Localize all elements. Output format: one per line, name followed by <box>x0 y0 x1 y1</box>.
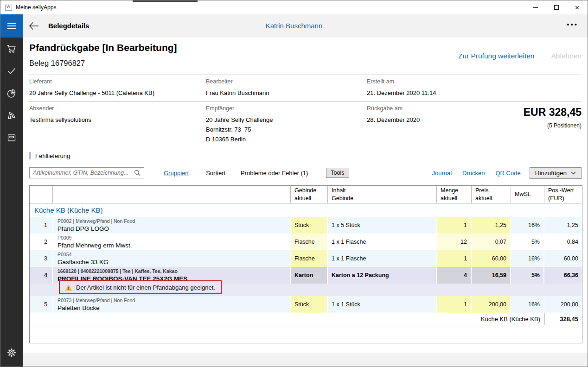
pos-wert-cell: 60,00 <box>544 250 582 267</box>
sidebar-item-catering[interactable] <box>0 104 23 127</box>
sidebar-item-journal[interactable] <box>0 127 23 149</box>
row-warning-band: Der Artikel ist nicht für einen Pfandabg… <box>30 284 582 296</box>
positions-table: GebindeaktuellInhaltGebindeMengeaktuellP… <box>29 185 582 343</box>
column-header[interactable]: Gebindeaktuell <box>291 186 328 203</box>
table-body: 1P0002 | Mehrweg/Pfand | Non FoodPfand D… <box>30 217 582 313</box>
row-number: 2 <box>30 234 53 250</box>
row-number: 3 <box>30 250 53 267</box>
total-amount: EUR 328,45 <box>524 106 582 119</box>
column-header[interactable]: Preisaktuell <box>472 186 511 203</box>
screen-artifact <box>133 0 198 2</box>
add-button[interactable]: Hinzufügen <box>530 167 582 179</box>
minimize-button[interactable] <box>525 0 546 14</box>
sidebar-item-reports[interactable] <box>0 82 23 104</box>
minimize-icon <box>533 7 538 8</box>
pos-wert-cell: 200,00 <box>544 296 582 313</box>
preis-cell: 200,00 <box>472 296 511 313</box>
column-header[interactable] <box>30 186 53 203</box>
article-meta: 1669120 | 04002221009875 | Tee | Kaffee,… <box>58 268 290 274</box>
sidebar <box>0 38 23 367</box>
journal-link[interactable]: Journal <box>432 170 452 177</box>
meta-absender: Absender Testfirma sellysolutions <box>29 105 91 125</box>
menge-cell: 4 <box>437 267 472 284</box>
close-button[interactable]: × <box>567 0 588 14</box>
document-tag: Fehllieferung <box>29 152 70 159</box>
column-header[interactable]: Mengeaktuell <box>437 186 472 203</box>
article-name: Pfand DPG LOGO <box>58 225 290 232</box>
titlebar: Meine sellyApps × <box>0 0 588 14</box>
main-content: Pfandrückgabe [In Bearbeitung] Beleg 167… <box>23 38 588 367</box>
sidebar-item-cart[interactable] <box>0 38 23 60</box>
qr-code-link[interactable]: QR Code <box>495 170 520 177</box>
document-total: EUR 328,45 (5 Positionen) <box>524 106 582 129</box>
column-header[interactable]: Pos.-Wert(EUR) <box>544 186 582 203</box>
table-row[interactable]: 3P0054Gasflasche 33 KGFlasche1 x 1 Flasc… <box>30 250 582 267</box>
warning-icon <box>65 285 72 291</box>
row-number: 4 <box>30 267 53 284</box>
search-box[interactable] <box>29 167 144 178</box>
article-meta: P0002 | Mehrweg/Pfand | Non Food <box>58 218 290 224</box>
total-positions: (5 Positionen) <box>524 122 582 129</box>
menge-cell: 12 <box>437 234 472 250</box>
tools-button[interactable]: Tools <box>326 168 349 178</box>
gebinde-cell: Flasche <box>291 234 328 250</box>
forward-for-review-button[interactable]: Zur Prüfung weiterleiten <box>458 52 535 60</box>
article-meta: P0009 <box>58 235 290 241</box>
group-footer-total: 328,45 <box>544 313 582 325</box>
pos-wert-cell: 1,25 <box>544 217 582 234</box>
pizza-icon <box>6 110 17 121</box>
table-row[interactable]: 1P0002 | Mehrweg/Pfand | Non FoodPfand D… <box>30 217 582 234</box>
article-meta: P0073 | Mehrweg/Pfand | Non Food <box>58 297 290 304</box>
tag-color-bar <box>29 152 31 159</box>
search-icon <box>134 170 141 176</box>
appbar: Belegdetails Katrin Buschmann ••• <box>0 14 588 38</box>
row-number: 1 <box>30 217 53 234</box>
bottom-bar <box>23 353 588 367</box>
more-button[interactable]: ••• <box>567 20 578 28</box>
mwst-cell: 16% <box>511 250 544 267</box>
pos-wert-cell: 66,36 <box>544 267 582 284</box>
group-footer-label: Küche KB (Küche KB) <box>30 313 544 325</box>
column-header[interactable]: InhaltGebinde <box>328 186 437 203</box>
table-row[interactable]: 5P0073 | Mehrweg/Pfand | Non FoodPalette… <box>30 296 582 313</box>
menge-cell: 1 <box>437 250 472 267</box>
table-row[interactable]: 2P0009Pfand Mehrweg erm Mwst.Flasche1 x … <box>30 234 582 250</box>
sidebar-item-settings[interactable] <box>0 342 23 364</box>
meta-empfaenger: Empfänger 20 Jahre Selly Challenge Borni… <box>206 105 273 144</box>
cart-icon <box>6 43 17 54</box>
problems-filter[interactable]: Probleme oder Fehler (1) <box>241 170 308 177</box>
print-link[interactable]: Drucken <box>462 170 485 177</box>
preis-cell: 1,25 <box>472 217 511 234</box>
sidebar-item-tasks[interactable] <box>0 60 23 82</box>
grouped-toggle[interactable]: Gruppiert <box>164 170 189 177</box>
inhalt-cell: Karton a 12 Packung <box>328 267 437 284</box>
preis-cell: 0,07 <box>472 234 511 250</box>
book-icon <box>6 132 17 143</box>
meta-bearbeiter: Bearbeiter Frau Katrin Buschmann <box>206 78 269 98</box>
meta-rueckgabe-am: Rückgabe am 28. Dezember 2020 <box>367 105 420 125</box>
search-input[interactable] <box>33 170 134 176</box>
mwst-cell: 5% <box>511 234 544 250</box>
article-name: Paletten Böcke <box>58 304 290 311</box>
pos-wert-cell: 0,84 <box>544 234 582 250</box>
settings-gear-icon <box>6 347 17 358</box>
preis-cell: 60,00 <box>472 250 511 267</box>
menge-cell: 1 <box>437 217 472 234</box>
divider <box>29 101 582 101</box>
column-header[interactable]: MwSt. <box>511 186 544 203</box>
reject-button[interactable]: Ablehnen <box>551 52 582 60</box>
column-header[interactable] <box>53 186 291 203</box>
document-title: Pfandrückgabe [In Bearbeitung] <box>29 42 177 53</box>
current-user-link[interactable]: Katrin Buschmann <box>0 22 588 30</box>
check-icon <box>6 65 17 76</box>
app-window: Meine sellyApps × Belegdetails Katrin Bu… <box>0 0 588 367</box>
maximize-button[interactable] <box>546 0 567 14</box>
gebinde-cell: Stück <box>291 296 328 313</box>
article-name: Pfand Mehrweg erm Mwst. <box>58 242 290 249</box>
gebinde-cell: Karton <box>291 267 328 284</box>
table-header-row: GebindeaktuellInhaltGebindeMengeaktuellP… <box>30 186 582 203</box>
sorted-toggle[interactable]: Sortiert <box>206 170 225 177</box>
group-header[interactable]: Küche KB (Küche KB) <box>30 203 582 217</box>
mwst-cell: 5% <box>511 267 544 284</box>
tag-label: Fehllieferung <box>35 152 70 159</box>
